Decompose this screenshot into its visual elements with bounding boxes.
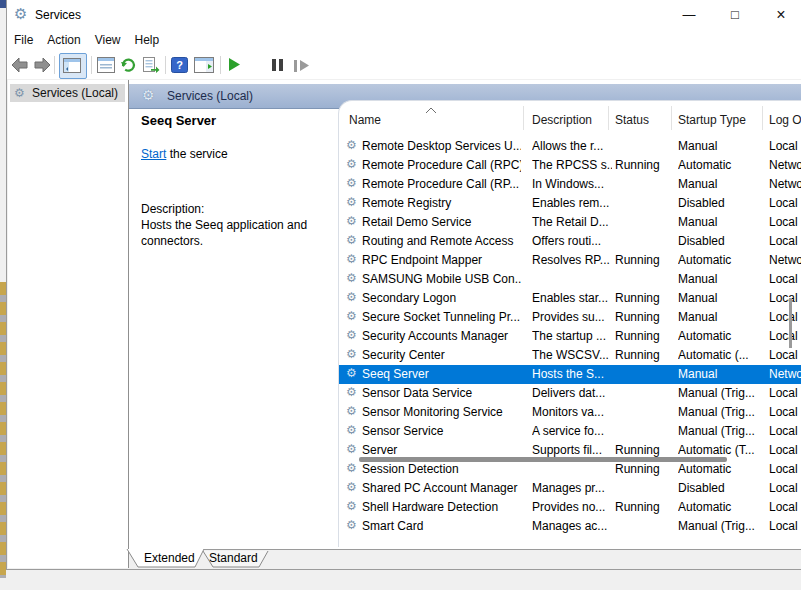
table-row[interactable]: ⚙Remote Procedure Call (RPC)The RPCSS s.… xyxy=(339,156,801,175)
table-cell: Retail Demo Service xyxy=(362,215,521,229)
horizontal-scrollbar-thumb[interactable] xyxy=(359,457,727,462)
table-cell: Running xyxy=(615,500,671,514)
table-cell: Manual xyxy=(678,310,762,324)
tab-standard[interactable]: Standard xyxy=(209,551,258,565)
pause-service-icon[interactable] xyxy=(272,57,283,71)
table-cell: Shell Hardware Detection xyxy=(362,500,521,514)
column-header-startup-type[interactable]: Startup Type xyxy=(678,113,746,127)
table-cell: Manual xyxy=(678,139,762,153)
table-row[interactable]: ⚙Remote Desktop Services U...Allows the … xyxy=(339,137,801,156)
refresh-icon[interactable] xyxy=(120,57,137,76)
table-row[interactable]: ⚙Secondary LogonEnables star...RunningMa… xyxy=(339,289,801,308)
table-cell: Running xyxy=(615,329,671,343)
table-row[interactable]: ⚙SAMSUNG Mobile USB Con...ManualLocal Sy… xyxy=(339,270,801,289)
minimize-button[interactable]: — xyxy=(667,0,711,30)
service-gear-icon: ⚙ xyxy=(346,215,357,228)
back-icon[interactable] xyxy=(10,57,29,76)
screen: ⚙ Services — □ × FileActionViewHelp xyxy=(0,0,801,590)
services-gear-icon: ⚙ xyxy=(14,86,25,100)
table-cell: Disabled xyxy=(678,481,762,495)
column-header-log-on-as[interactable]: Log On As xyxy=(769,113,801,127)
table-cell: A service fo... xyxy=(532,424,612,438)
table-row[interactable]: ⚙Retail Demo ServiceThe Retail D...Manua… xyxy=(339,213,801,232)
menu-item-view[interactable]: View xyxy=(88,30,128,52)
table-row[interactable]: ⚙Shared PC Account ManagerManages pr...D… xyxy=(339,479,801,498)
table-cell: Manual xyxy=(678,291,762,305)
table-row[interactable]: ⚙Security Accounts ManagerThe startup ..… xyxy=(339,327,801,346)
service-gear-icon: ⚙ xyxy=(346,462,357,475)
table-cell: Automatic (T... xyxy=(678,443,762,457)
menu-bar: FileActionViewHelp xyxy=(7,30,801,52)
table-cell: Allows the r... xyxy=(532,139,612,153)
properties-icon[interactable] xyxy=(97,57,115,76)
table-row[interactable]: ⚙Secure Socket Tunneling Pr...Provides s… xyxy=(339,308,801,327)
show-action-pane-icon[interactable] xyxy=(194,57,214,76)
table-row[interactable]: ⚙Smart CardManages ac...Manual (Trig...L… xyxy=(339,517,801,536)
table-row[interactable]: ⚙Routing and Remote AccessOffers routi..… xyxy=(339,232,801,251)
table-cell: Disabled xyxy=(678,234,762,248)
menu-item-action[interactable]: Action xyxy=(40,30,87,52)
service-table-body: ⚙Remote Desktop Services U...Allows the … xyxy=(339,137,801,536)
table-cell: Sensor Data Service xyxy=(362,386,521,400)
service-gear-icon: ⚙ xyxy=(346,139,357,152)
table-row[interactable]: ⚙Sensor Monitoring ServiceMonitors va...… xyxy=(339,403,801,422)
table-cell: Manual (Trig... xyxy=(678,405,762,419)
column-header-name[interactable]: Name xyxy=(349,113,381,127)
selected-service-title: Seeq Server xyxy=(141,113,216,128)
table-cell: Resolves RP... xyxy=(532,253,612,267)
start-service-icon[interactable] xyxy=(228,57,241,75)
table-cell: Local Syste... xyxy=(769,234,801,248)
table-cell: Automatic (... xyxy=(678,348,762,362)
table-cell: Local Syste... xyxy=(769,139,801,153)
service-gear-icon: ⚙ xyxy=(346,196,357,209)
tree-item-label: Services (Local) xyxy=(32,86,118,100)
table-row[interactable]: ⚙Session DetectionRunningAutomaticLocal … xyxy=(339,460,801,479)
table-row[interactable]: ⚙Seeq ServerHosts the S...ManualNetwork … xyxy=(339,365,801,384)
table-cell: Local Syste... xyxy=(769,215,801,229)
show-console-tree-icon[interactable] xyxy=(59,53,87,79)
export-list-icon[interactable] xyxy=(142,57,160,76)
table-row[interactable]: ⚙Sensor ServiceA service fo...Manual (Tr… xyxy=(339,422,801,441)
column-separator[interactable] xyxy=(671,106,672,130)
table-cell: Running xyxy=(615,291,671,305)
vertical-scrollbar-thumb[interactable] xyxy=(789,298,792,348)
table-cell: Seeq Server xyxy=(362,367,521,381)
table-cell: Local Syste... xyxy=(769,196,801,210)
pane-header-label: Services (Local) xyxy=(167,89,253,103)
maximize-button[interactable]: □ xyxy=(713,0,757,30)
close-button[interactable]: × xyxy=(759,0,801,30)
services-gear-icon: ⚙ xyxy=(142,87,155,103)
table-cell: Local Syste... xyxy=(769,310,801,324)
start-service-link[interactable]: Start xyxy=(141,147,166,161)
menu-item-help[interactable]: Help xyxy=(128,30,167,52)
column-separator[interactable] xyxy=(762,106,763,130)
table-cell: Automatic xyxy=(678,158,762,172)
table-row[interactable]: ⚙Sensor Data ServiceDelivers dat...Manua… xyxy=(339,384,801,403)
table-row[interactable]: ⚙RPC Endpoint MapperResolves RP...Runnin… xyxy=(339,251,801,270)
table-row[interactable]: ⚙Remote Procedure Call (RP...In Windows.… xyxy=(339,175,801,194)
table-cell: Local Syste... xyxy=(769,500,801,514)
column-separator[interactable] xyxy=(523,106,524,130)
tree-item-services-local[interactable]: ⚙ Services (Local) xyxy=(10,84,125,102)
table-cell: Local Syste... xyxy=(769,424,801,438)
tab-extended[interactable]: Extended xyxy=(144,551,195,565)
service-gear-icon: ⚙ xyxy=(346,500,357,513)
help-icon[interactable]: ? xyxy=(171,57,188,76)
table-row[interactable]: ⚙Remote RegistryEnables rem...DisabledLo… xyxy=(339,194,801,213)
table-cell: Secure Socket Tunneling Pr... xyxy=(362,310,521,324)
forward-icon[interactable] xyxy=(33,57,52,76)
column-header-status[interactable]: Status xyxy=(615,113,649,127)
table-cell: Local Syste... xyxy=(769,386,801,400)
column-separator[interactable] xyxy=(608,106,609,130)
table-cell: Manual (Trig... xyxy=(678,519,762,533)
table-row[interactable]: ⚙Shell Hardware DetectionProvides no...R… xyxy=(339,498,801,517)
table-cell: Local Syste... xyxy=(769,291,801,305)
table-cell: In Windows... xyxy=(532,177,612,191)
service-gear-icon: ⚙ xyxy=(346,158,357,171)
menu-item-file[interactable]: File xyxy=(7,30,40,52)
column-header-description[interactable]: Description xyxy=(532,113,592,127)
restart-service-icon[interactable] xyxy=(294,57,310,72)
table-cell: Running xyxy=(615,348,671,362)
table-cell: Provides su... xyxy=(532,310,612,324)
table-row[interactable]: ⚙Security CenterThe WSCSV...RunningAutom… xyxy=(339,346,801,365)
